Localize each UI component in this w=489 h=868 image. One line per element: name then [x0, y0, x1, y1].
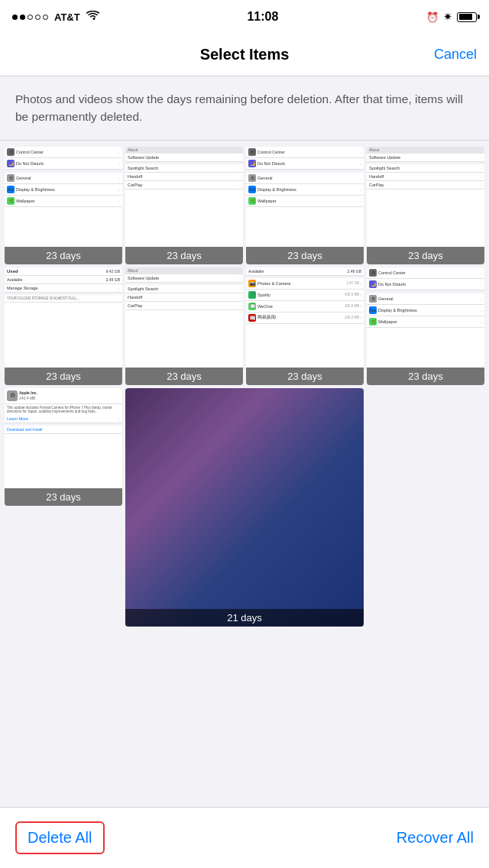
- grid-item[interactable]: About Software Update› Spotlight Search›…: [125, 147, 243, 264]
- days-badge: 23 days: [125, 368, 243, 385]
- bottom-toolbar: Delete All Recover All: [0, 807, 489, 868]
- grid-item[interactable]: ⚙Control Center› 🌙Do Not Disturb› ⚙Gener…: [246, 147, 364, 264]
- days-badge: 23 days: [5, 488, 122, 506]
- wifi-icon: [86, 11, 99, 23]
- grid-item[interactable]: Used 9.42 GB Available 2.49 GB Manage St…: [5, 267, 122, 385]
- status-left: AT&T: [12, 11, 99, 23]
- grid-item-photo[interactable]: 21 days: [125, 388, 364, 627]
- cancel-button[interactable]: Cancel: [434, 47, 477, 63]
- bluetooth-icon: ✴: [443, 11, 452, 23]
- status-right: ⏰ ✴: [426, 11, 477, 23]
- days-badge: 23 days: [246, 247, 364, 264]
- delete-all-button[interactable]: Delete All: [15, 821, 105, 854]
- grid-item[interactable]: About Software Update› Spotlight Search›…: [125, 267, 243, 385]
- signal-icon: [12, 15, 48, 20]
- days-badge: 23 days: [367, 247, 484, 264]
- recover-all-button[interactable]: Recover All: [397, 829, 474, 847]
- status-bar: AT&T 11:08 ⏰ ✴: [0, 0, 489, 34]
- grid-item[interactable]: Available 2.49 GB 📷Photos & Camera2.87 G…: [246, 267, 364, 385]
- info-text: Photos and videos show the days remainin…: [15, 90, 474, 126]
- days-badge: 23 days: [125, 247, 243, 264]
- info-banner: Photos and videos show the days remainin…: [0, 76, 489, 141]
- items-grid-container: ⚙Control Center› 🌙Do Not Disturb› ⚙Gener…: [0, 141, 489, 869]
- days-badge: 21 days: [125, 609, 364, 627]
- status-time: 11:08: [247, 10, 278, 24]
- page-title: Select Items: [200, 46, 290, 63]
- nav-bar: Select Items Cancel: [0, 34, 489, 76]
- grid-item[interactable]: ⚙Control Center› 🌙Do Not Disturb› ⚙Gener…: [5, 147, 122, 264]
- days-badge: 23 days: [367, 368, 484, 385]
- grid-item[interactable]: About Software Update› Spotlight Search›…: [367, 147, 484, 264]
- grid-item[interactable]: ⚙ Apple Inc.140.4 MB This update include…: [5, 388, 122, 506]
- carrier-label: AT&T: [54, 11, 80, 23]
- days-badge: 23 days: [246, 368, 364, 385]
- grid-item[interactable]: ⚙Control Center› 🌙Do Not Disturb› ⚙Gener…: [367, 267, 484, 385]
- items-grid: ⚙Control Center› 🌙Do Not Disturb› ⚙Gener…: [5, 147, 484, 627]
- alarm-icon: ⏰: [426, 11, 439, 23]
- days-badge: 23 days: [5, 247, 122, 264]
- main-content: Select Items Cancel Photos and videos sh…: [0, 34, 489, 868]
- battery-icon: [457, 12, 477, 22]
- days-badge: 23 days: [5, 368, 122, 385]
